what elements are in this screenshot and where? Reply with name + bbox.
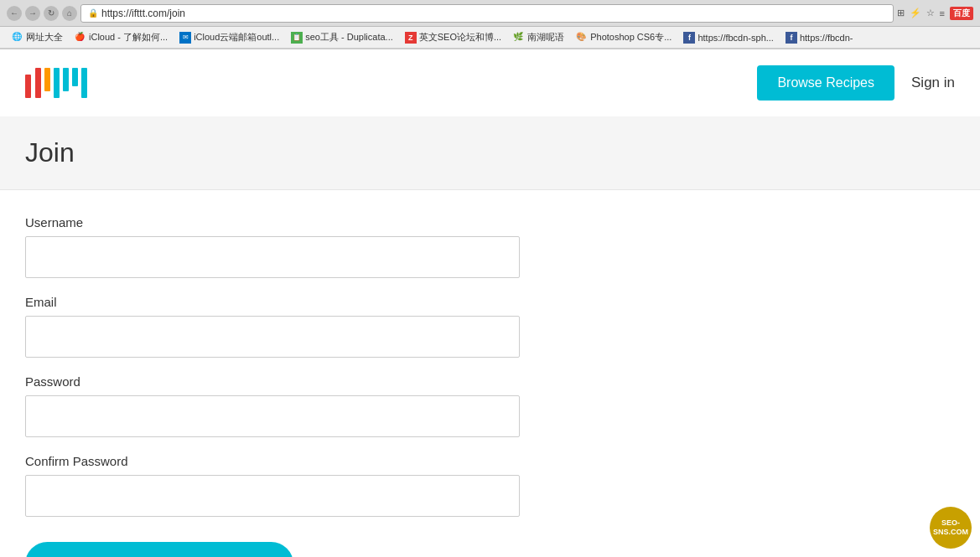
password-label: Password [25, 374, 646, 389]
ifttt-logo [25, 68, 92, 98]
bookmark-label-photoshop: Photoshop CS6专... [590, 31, 671, 44]
bookmark-fbcdn2[interactable]: f https://fbcdn- [780, 30, 858, 45]
svg-rect-1 [35, 68, 41, 98]
browser-chrome: ← → ↻ ⌂ 🔒 https://ifttt.com/join ⊞ ⚡ ☆ ≡… [0, 0, 980, 49]
bookmarks-bar: 🌐 网址大全 🍎 iCloud - 了解如何... ✉ iCloud云端邮箱ou… [0, 27, 980, 49]
page-title: Join [25, 137, 955, 168]
svg-rect-3 [54, 68, 60, 98]
bookmark-label-fbcdn2: https://fbcdn- [800, 33, 853, 43]
svg-rect-5 [72, 68, 78, 86]
page-title-section: Join [0, 116, 980, 190]
logo-svg [25, 68, 92, 98]
bookmark-label-icloud: iCloud - 了解如何... [89, 31, 168, 44]
confirm-password-label: Confirm Password [25, 454, 646, 468]
bookmark-favicon-seo-forum: Z [405, 32, 417, 44]
bookmark-label-seo-forum: 英文SEO论坛和博... [419, 31, 501, 44]
bookmark-favicon-photoshop: 🎨 [576, 32, 588, 44]
bookmark-label-seo: seo工具 - Duplicata... [305, 31, 393, 44]
grid-icon: ⊞ [897, 8, 905, 18]
email-label: Email [25, 295, 646, 309]
address-bar[interactable]: 🔒 https://ifttt.com/join [80, 4, 894, 23]
password-group: Password [25, 374, 646, 437]
watermark: SEO-SNS.COM [930, 507, 972, 549]
svg-rect-4 [63, 68, 69, 91]
bookmark-photoshop[interactable]: 🎨 Photoshop CS6专... [571, 29, 677, 45]
username-input[interactable] [25, 236, 520, 278]
home-button[interactable]: ⌂ [62, 6, 77, 21]
lock-icon: 🔒 [88, 8, 98, 18]
bookmark-icloud[interactable]: 🍎 iCloud - 了解如何... [70, 29, 173, 45]
bookmark-favicon-icloud-email: ✉ [179, 32, 191, 44]
svg-rect-2 [44, 68, 50, 91]
bookmark-favicon-wangzhi: 🌐 [12, 32, 23, 44]
confirm-password-group: Confirm Password [25, 454, 646, 517]
bookmark-favicon-icloud: 🍎 [75, 32, 86, 44]
password-input[interactable] [25, 395, 520, 437]
bookmark-favicon-nanhu: 🌿 [513, 32, 525, 44]
site-header: Browse Recipes Sign in [0, 49, 980, 116]
bookmark-seo[interactable]: 📋 seo工具 - Duplicata... [286, 29, 398, 45]
browser-toolbar: ← → ↻ ⌂ 🔒 https://ifttt.com/join ⊞ ⚡ ☆ ≡… [0, 0, 980, 27]
page-wrapper: Browse Recipes Sign in Join Username Ema… [0, 49, 980, 557]
watermark-text: SEO-SNS.COM [930, 518, 972, 537]
bookmark-wangzhi[interactable]: 🌐 网址大全 [7, 29, 68, 45]
bookmark-label-wangzhi: 网址大全 [26, 31, 63, 44]
lightning-icon: ⚡ [910, 8, 921, 18]
username-group: Username [25, 215, 646, 278]
form-section: Username Email Password Confirm Password… [0, 190, 671, 557]
bookmark-nanhu[interactable]: 🌿 南湖呢语 [508, 29, 569, 45]
sign-in-link[interactable]: Sign in [911, 75, 955, 91]
nav-right: Browse Recipes Sign in [757, 65, 955, 101]
bookmark-label-fbcdn1: https://fbcdn-sph... [697, 33, 774, 43]
bookmark-fbcdn1[interactable]: f https://fbcdn-sph... [678, 30, 779, 45]
bookmark-label-nanhu: 南湖呢语 [527, 31, 564, 44]
bookmark-label-icloud-email: iCloud云端邮箱outl... [194, 31, 279, 44]
confirm-password-input[interactable] [25, 475, 520, 517]
refresh-button[interactable]: ↻ [44, 6, 59, 21]
browser-icons: ⊞ ⚡ ☆ ≡ 百度 [897, 7, 973, 20]
back-button[interactable]: ← [7, 6, 22, 21]
bookmark-icloud-email[interactable]: ✉ iCloud云端邮箱outl... [174, 29, 284, 45]
browse-recipes-button[interactable]: Browse Recipes [757, 65, 894, 101]
join-submit-button[interactable]: Join IFTTT [25, 542, 293, 557]
svg-rect-6 [81, 68, 87, 98]
svg-rect-0 [25, 75, 31, 98]
forward-button[interactable]: → [25, 6, 40, 21]
email-group: Email [25, 295, 646, 358]
browser-brand: 百度 [950, 7, 973, 20]
url-text: https://ifttt.com/join [101, 8, 185, 19]
star-icon: ☆ [926, 8, 935, 18]
bookmark-favicon-seo: 📋 [291, 32, 303, 44]
bookmark-favicon-fbcdn2: f [786, 32, 797, 44]
bookmark-seo-forum[interactable]: Z 英文SEO论坛和博... [400, 29, 506, 45]
bookmark-favicon-fbcdn1: f [683, 32, 695, 44]
username-label: Username [25, 215, 646, 230]
menu-icon: ≡ [940, 8, 945, 18]
email-input[interactable] [25, 316, 520, 358]
